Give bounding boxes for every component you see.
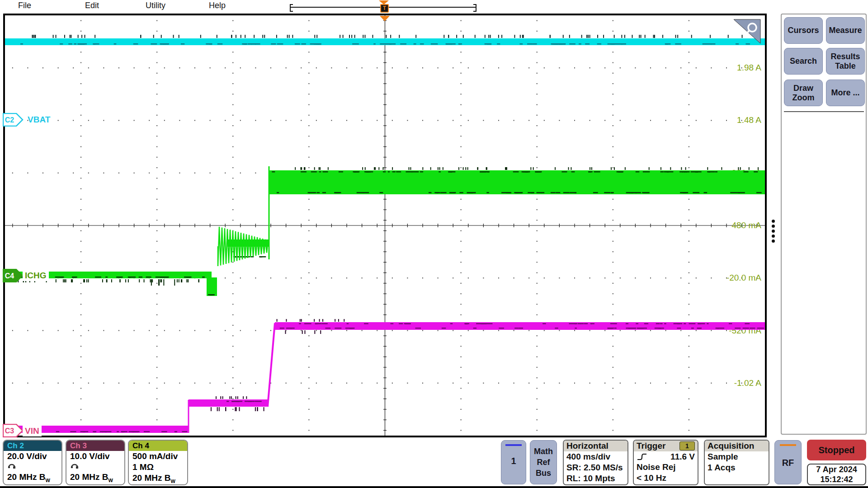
channel-2-scale: 20.0 V/div xyxy=(4,451,61,462)
probe-icon xyxy=(4,462,61,472)
trigger-point-icon xyxy=(380,16,390,21)
acquisition-mode: Sample xyxy=(705,451,769,462)
record-length: RL: 10 Mpts xyxy=(564,473,627,484)
trace-label-vbat: VBAT xyxy=(25,114,52,125)
menu-help[interactable]: Help xyxy=(209,1,226,10)
C4-ICHG xyxy=(5,166,765,296)
probe-icon xyxy=(66,462,124,472)
horizontal-settings-box[interactable]: Horizontal 400 ms/div SR: 2.50 MS/s RL: … xyxy=(563,440,628,485)
trace-label-ichg: ICHG xyxy=(23,270,49,281)
trigger-position-flag[interactable]: T xyxy=(380,4,389,13)
datetime-display: 7 Apr 2024 15:12:42 xyxy=(807,464,866,485)
record-view-right-bracket xyxy=(473,4,476,12)
view-color-bar xyxy=(505,444,522,446)
acquisition-settings-box[interactable]: Acquisition Sample 1 Acqs xyxy=(704,440,769,485)
svg-text:C3: C3 xyxy=(5,427,14,435)
channel-3-header: Ch 3 xyxy=(66,441,124,451)
run-status-badge: Stopped xyxy=(807,440,866,460)
waveform-view-1-button[interactable]: 1 xyxy=(501,440,526,484)
channel-4-header: Ch 4 xyxy=(129,441,187,451)
panel-drag-handle[interactable] xyxy=(772,218,776,244)
cursors-button[interactable]: Cursors xyxy=(784,17,823,44)
channel-3-scale: 10.0 V/div xyxy=(66,451,124,462)
rising-edge-icon xyxy=(637,453,647,460)
math-ref-bus-button[interactable]: Math Ref Bus xyxy=(530,440,557,484)
trigger-settings-box[interactable]: Trigger 1 11.6 V Noise Rej < 10 Hz xyxy=(633,440,698,485)
more-button[interactable]: More ... xyxy=(826,80,865,106)
C3-VIN xyxy=(5,319,765,433)
channel-4-scale: 500 mA/div xyxy=(129,451,187,462)
time-text: 15:12:42 xyxy=(808,474,865,484)
rf-button[interactable]: RF xyxy=(774,440,802,484)
channel-4-impedance: 1 MΩ xyxy=(129,462,187,473)
channel-badge-c2[interactable]: C2 xyxy=(3,113,24,127)
search-button[interactable]: Search xyxy=(784,48,823,75)
svg-text:C2: C2 xyxy=(5,116,14,124)
acquisition-count: 1 Acqs xyxy=(705,462,769,473)
channel-badge-c4[interactable]: C4 xyxy=(3,269,24,282)
results-table-button[interactable]: Results Table xyxy=(826,48,865,75)
channel-badge-c3[interactable]: C3 xyxy=(3,424,24,437)
zoom-corner-icon[interactable] xyxy=(733,19,761,44)
oscilloscope-screen: File Edit Utility Help T 1.98 A 1.48 A 9… xyxy=(0,0,868,488)
menu-file[interactable]: File xyxy=(18,1,31,10)
channel-2-bandwidth: 20 MHz BW xyxy=(4,472,61,485)
rf-color-bar xyxy=(780,444,796,446)
trigger-level: 11.6 V xyxy=(670,452,695,462)
channel-3-settings-box[interactable]: Ch 3 10.0 V/div 20 MHz BW xyxy=(66,440,125,485)
trigger-source-badge: 1 xyxy=(679,441,695,450)
channel-4-bandwidth: 20 MHz BW xyxy=(129,473,187,485)
draw-zoom-button[interactable]: Draw Zoom xyxy=(784,80,823,106)
menu-edit[interactable]: Edit xyxy=(85,1,99,10)
record-view-left-bracket xyxy=(290,4,293,12)
C2-VBAT xyxy=(5,35,765,45)
trace-label-vin: VIN xyxy=(23,426,42,436)
channel-2-header: Ch 2 xyxy=(4,441,61,451)
horizontal-scale: 400 ms/div xyxy=(564,451,627,462)
panel-divider xyxy=(784,111,864,112)
date-text: 7 Apr 2024 xyxy=(808,465,865,474)
svg-text:C4: C4 xyxy=(5,272,14,280)
measure-button[interactable]: Measure xyxy=(826,17,865,44)
trigger-mode: Noise Rej xyxy=(634,462,698,473)
bottom-border xyxy=(0,486,868,488)
sample-rate: SR: 2.50 MS/s xyxy=(564,462,627,473)
channel-4-settings-box[interactable]: Ch 4 500 mA/div 1 MΩ 20 MHz BW xyxy=(128,440,188,485)
trigger-coupling: < 10 Hz xyxy=(634,473,698,483)
menu-utility[interactable]: Utility xyxy=(146,1,165,10)
channel-2-settings-box[interactable]: Ch 2 20.0 V/div 20 MHz BW xyxy=(3,440,62,485)
side-panel xyxy=(781,14,867,435)
channel-3-bandwidth: 20 MHz BW xyxy=(66,472,124,485)
waveform-traces xyxy=(5,15,765,436)
